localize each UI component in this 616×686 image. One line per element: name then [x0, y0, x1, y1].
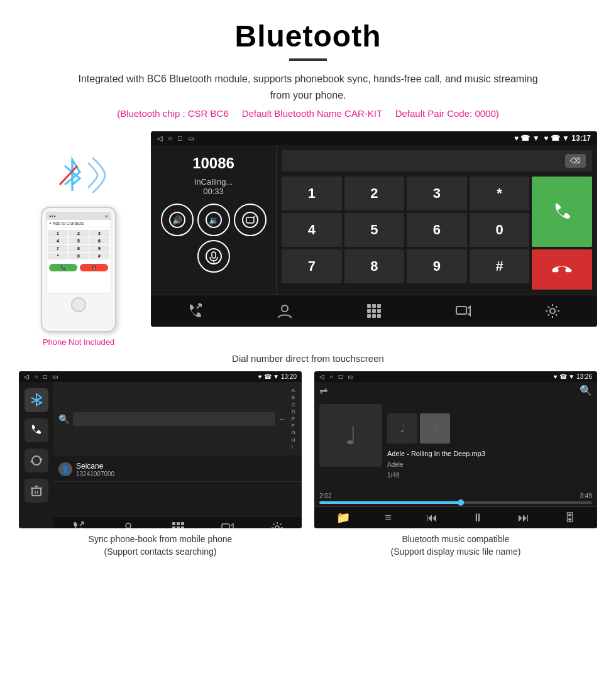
phone-key-6: 6 [89, 237, 109, 244]
key-star[interactable]: * [470, 177, 530, 210]
key-7[interactable]: 7 [282, 249, 342, 283]
music-folder-icon[interactable]: 📁 [336, 511, 350, 525]
music-count: 1/48 [387, 472, 592, 479]
pb-left-nav [19, 382, 53, 528]
svg-rect-15 [367, 309, 371, 313]
pb-contact-info: Seicane 13241007000 [76, 462, 297, 477]
pb-nav-transfer[interactable] [221, 521, 234, 528]
music-status-right: ♥ ☎ ▼ 13:26 [554, 373, 592, 380]
music-progress-bar[interactable] [319, 501, 592, 504]
music-progress-area: 2:02 3:49 [314, 493, 597, 504]
call-red-btn[interactable] [532, 249, 592, 290]
nav-transfer-icon[interactable] [451, 302, 476, 320]
key-3[interactable]: 3 [407, 177, 467, 210]
music-prev-icon[interactable]: ⏮ [426, 511, 437, 525]
phone-key-2: 2 [69, 230, 89, 237]
pb-nav-settings[interactable] [271, 521, 283, 528]
music-title: Adele - Rolling In the Deep.mp3 [387, 450, 592, 457]
music-time-current: 2:02 [319, 493, 331, 499]
shuffle-icon[interactable]: ⇌ [319, 384, 327, 396]
music-search-icon[interactable]: 🔍 [580, 384, 592, 396]
spec-name: Default Bluetooth Name CAR-KIT [242, 108, 382, 119]
music-pause-icon[interactable]: ⏸ [472, 511, 483, 525]
volume-down-icon: 🔉 [205, 211, 223, 229]
pb-contact-phone: 13241007000 [76, 471, 297, 477]
music-artist: Adele [387, 461, 592, 468]
pb-nav-dialpad[interactable] [172, 521, 184, 528]
pb-status-bar: ◁ ○ □ ▭ ♥ ☎ ▼ 13:20 [19, 371, 302, 382]
call-green-btn[interactable] [532, 177, 592, 247]
phone-home-btn [71, 297, 86, 312]
transfer-btn[interactable] [234, 204, 267, 236]
nav-dialpad-icon[interactable] [361, 302, 387, 320]
music-card: ◁ ○ □ ▭ ♥ ☎ ▼ 13:26 ⇌ 🔍 ♩ [314, 371, 597, 560]
bottom-nav [151, 295, 597, 327]
music-eq-icon[interactable]: 🎛 [564, 511, 575, 525]
pb-main: 🔍 ← ABCDEFGHI 👤 Seicane 13 [53, 382, 302, 528]
key-2[interactable]: 2 [344, 177, 405, 210]
volume-up-btn[interactable]: 🔊 [161, 204, 194, 236]
svg-point-29 [126, 523, 131, 528]
status-left: ◁ ○ □ ▭ [157, 134, 194, 143]
svg-rect-20 [377, 314, 381, 318]
phone-key-4: 4 [48, 237, 68, 244]
pb-delete-icon[interactable] [25, 479, 48, 503]
pb-call-icon[interactable] [25, 418, 48, 442]
pb-status-left: ◁ ○ □ ▭ [24, 373, 58, 380]
music-next-icon[interactable]: ⏭ [518, 511, 529, 525]
music-screen: ◁ ○ □ ▭ ♥ ☎ ▼ 13:26 ⇌ 🔍 ♩ [314, 371, 597, 528]
bluetooth-wave-icon [47, 150, 110, 200]
nav-contacts-icon[interactable] [272, 302, 297, 320]
key-hash[interactable]: # [470, 249, 530, 283]
nav-settings-icon[interactable] [540, 302, 565, 320]
svg-rect-16 [372, 309, 376, 313]
svg-rect-19 [372, 314, 376, 318]
nav-calls-icon[interactable] [183, 302, 208, 320]
svg-rect-7 [246, 217, 254, 223]
pb-nav-contacts[interactable] [122, 521, 135, 528]
pb-sync-icon[interactable] [25, 449, 48, 472]
car-screen-large: ◁ ○ □ ▭ ♥ ☎ ▼ ♥ ☎ ▼ 13:17 10086 InCallin… [151, 131, 597, 327]
volume-up-icon: 🔊 [168, 211, 186, 229]
phonebook-caption: Sync phone-book from mobile phone (Suppo… [19, 528, 302, 560]
phone-key-star: * [48, 253, 68, 259]
pb-contact-name: Seicane [76, 462, 297, 471]
svg-rect-9 [212, 252, 216, 258]
phone-key-9: 9 [89, 245, 109, 252]
music-controls: 📁 ≡ ⏮ ⏸ ⏭ 🎛 [314, 506, 597, 528]
music-progress-fill [319, 501, 464, 504]
pb-bluetooth-icon[interactable] [25, 388, 48, 412]
pb-nav-calls[interactable] [72, 521, 85, 528]
music-thumbnails: ♩ ♪ [387, 413, 592, 444]
mic-btn[interactable] [197, 240, 230, 273]
pb-contact-avatar: 👤 [58, 462, 72, 476]
pb-alphabet: ABCDEFGHI [290, 386, 297, 452]
volume-down-btn[interactable]: 🔉 [197, 204, 230, 236]
pb-bottom-nav [53, 516, 302, 528]
phone-dialpad: 1 2 3 4 5 6 7 8 9 * 0 # [47, 229, 111, 261]
page-description: Integrated with BC6 Bluetooth module, su… [69, 71, 547, 103]
backspace-btn[interactable]: ⌫ [565, 154, 586, 168]
key-9[interactable]: 9 [407, 249, 467, 283]
key-6[interactable]: 6 [407, 213, 467, 247]
status-right: ♥ ☎ ▼ ♥ ☎ ▼ 13:17 [514, 134, 591, 143]
key-1[interactable]: 1 [282, 177, 342, 210]
pb-contact-item[interactable]: 👤 Seicane 13241007000 [53, 458, 302, 482]
svg-rect-24 [32, 488, 41, 496]
key-5[interactable]: 5 [344, 213, 405, 247]
music-list-icon[interactable]: ≡ [385, 511, 392, 525]
key-4[interactable]: 4 [282, 213, 342, 247]
phone-bottom [46, 297, 111, 312]
svg-rect-30 [172, 522, 175, 525]
album-art: ♩ [319, 404, 382, 467]
svg-rect-13 [372, 304, 376, 308]
key-0[interactable]: 0 [470, 213, 530, 247]
key-8[interactable]: 8 [344, 249, 405, 283]
dial-input-row: ⌫ [282, 150, 592, 172]
dialer-area: 10086 InCalling... 00:33 🔊 🔉 [151, 145, 597, 295]
phone-key-5: 5 [69, 237, 89, 244]
music-progress-dot [458, 499, 464, 506]
pb-search-bar[interactable] [73, 412, 275, 426]
music-thumb-1: ♩ [387, 413, 417, 444]
phone-mockup: ●●● M + Add to Contacts 1 2 3 4 5 6 7 8 … [41, 207, 116, 332]
